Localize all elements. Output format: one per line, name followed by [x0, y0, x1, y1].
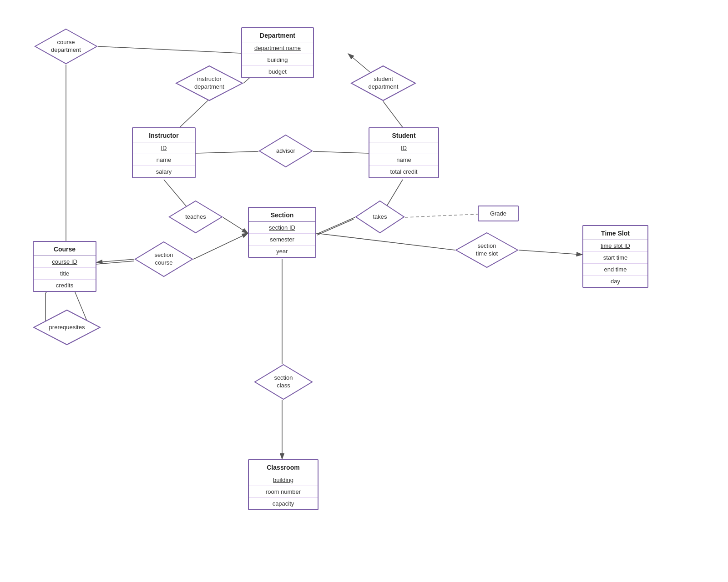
entity-department: Department department name building budg… [241, 27, 314, 78]
timeslot-attr-start: start time [583, 252, 647, 264]
svg-line-5 [383, 101, 403, 127]
timeslot-attr-id: time slot ID [583, 240, 647, 252]
diamond-section-class-label: sectionclass [274, 374, 293, 390]
svg-line-7 [313, 151, 369, 153]
student-attr-totalcredit: total credit [369, 166, 438, 177]
instructor-attr-id: ID [133, 142, 195, 154]
diamond-course-department-label: coursedepartment [51, 39, 81, 54]
svg-line-3 [180, 100, 208, 127]
svg-line-11 [318, 217, 355, 233]
classroom-title: Classroom [249, 460, 318, 474]
student-title: Student [369, 128, 438, 142]
diamond-advisor: advisor [258, 134, 313, 168]
diamond-student-department-label: studentdepartment [369, 75, 399, 91]
svg-line-15 [96, 259, 134, 262]
svg-line-0 [98, 46, 241, 53]
svg-line-16 [96, 261, 134, 264]
diamond-teaches: teaches [168, 200, 223, 234]
timeslot-attr-end: end time [583, 264, 647, 276]
svg-line-12 [317, 219, 354, 235]
diamond-teaches-label: teaches [185, 213, 206, 221]
diamond-student-department: studentdepartment [350, 65, 416, 101]
timeslot-title: Time Slot [583, 226, 647, 240]
instructor-title: Instructor [133, 128, 195, 142]
course-attr-credits: credits [34, 280, 96, 291]
section-attr-year: year [249, 246, 315, 257]
department-attr-building: building [242, 54, 313, 66]
department-attr-budget: budget [242, 66, 313, 77]
instructor-attr-name: name [133, 154, 195, 166]
department-attr-name: department name [242, 42, 313, 54]
classroom-attr-building: building [249, 474, 318, 486]
classroom-attr-capacity: capacity [249, 498, 318, 509]
diamond-section-timeslot: sectiontime slot [455, 232, 519, 268]
entity-classroom: Classroom building room number capacity [248, 459, 318, 510]
course-attr-title: title [34, 268, 96, 280]
svg-line-17 [316, 233, 455, 250]
course-attr-id: course ID [34, 256, 96, 268]
svg-line-9 [223, 217, 248, 233]
svg-line-13 [405, 214, 478, 217]
entity-student: Student ID name total credit [369, 127, 439, 178]
timeslot-attr-day: day [583, 276, 647, 287]
svg-line-18 [519, 250, 582, 255]
diamond-instructor-department-label: instructordepartment [194, 75, 224, 91]
department-title: Department [242, 28, 313, 42]
entity-course: Course course ID title credits [33, 241, 96, 292]
diamond-section-timeslot-label: sectiontime slot [476, 242, 498, 258]
diamond-section-course: sectioncourse [134, 241, 193, 277]
diamond-takes-label: takes [373, 213, 387, 221]
diamond-prerequesites-label: prerequesites [49, 324, 85, 331]
svg-line-14 [193, 233, 248, 259]
diamond-advisor-label: advisor [276, 147, 295, 155]
entity-timeslot: Time Slot time slot ID start time end ti… [582, 225, 648, 288]
svg-line-6 [196, 151, 258, 153]
section-attr-semester: semester [249, 234, 315, 246]
entity-instructor: Instructor ID name salary [132, 127, 196, 178]
student-attr-id: ID [369, 142, 438, 154]
section-title: Section [249, 208, 315, 222]
classroom-attr-roomnum: room number [249, 486, 318, 498]
entity-grade: Grade [478, 206, 519, 221]
diamond-course-department: coursedepartment [34, 28, 98, 65]
course-title: Course [34, 242, 96, 256]
diamond-prerequesites: prerequesites [33, 309, 101, 346]
diamond-section-course-label: sectioncourse [154, 251, 173, 267]
instructor-attr-salary: salary [133, 166, 195, 177]
grade-title: Grade [479, 210, 518, 217]
er-diagram: Department department name building budg… [0, 0, 728, 582]
diamond-section-class: sectionclass [254, 364, 313, 400]
diamond-takes: takes [355, 200, 405, 234]
student-attr-name: name [369, 154, 438, 166]
diamond-instructor-department: instructordepartment [175, 65, 243, 101]
entity-section: Section section ID semester year [248, 207, 316, 258]
section-attr-id: section ID [249, 222, 315, 234]
